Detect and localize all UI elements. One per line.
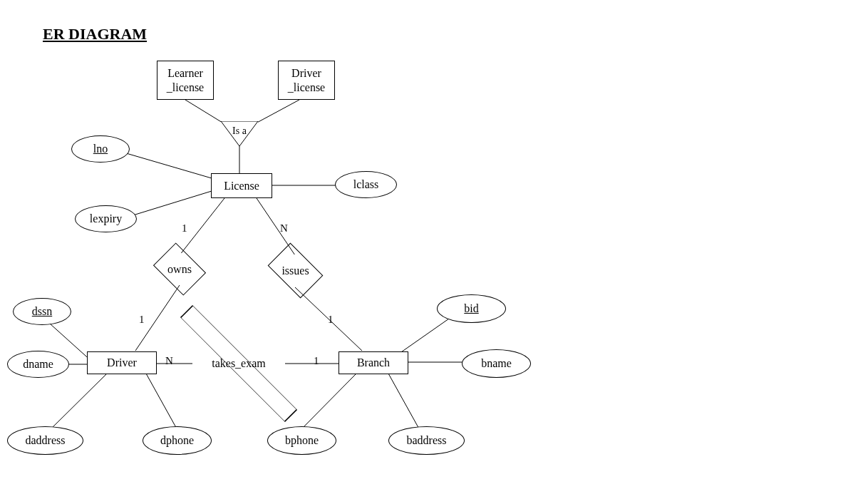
svg-line-16 (388, 374, 420, 431)
rel-issues: issues (272, 254, 319, 287)
rel-issues-label: issues (281, 264, 309, 277)
svg-line-0 (185, 100, 226, 125)
svg-line-12 (48, 374, 107, 431)
card-takes-right: 1 (314, 355, 319, 367)
rel-owns: owns (158, 253, 201, 285)
svg-line-4 (128, 191, 212, 217)
attr-bid: bid (437, 294, 506, 323)
attr-dssn: dssn (13, 298, 71, 325)
attr-lclass: lclass (335, 171, 397, 198)
entity-license: License (211, 173, 272, 198)
svg-line-17 (299, 374, 356, 431)
attr-bphone: bphone (267, 426, 336, 455)
isa-triangle: Is a (221, 121, 258, 146)
attr-bname: bname (462, 349, 531, 378)
rel-takes-exam: takes_exam (192, 348, 285, 379)
card-takes-left: N (165, 355, 173, 367)
svg-line-13 (146, 374, 178, 431)
svg-line-3 (114, 150, 212, 178)
attr-baddress: baddress (388, 426, 465, 455)
svg-line-1 (253, 100, 299, 125)
entity-learner-license: Learner _license (157, 61, 214, 100)
attr-lno: lno (71, 135, 130, 163)
entity-branch: Branch (339, 351, 408, 374)
page-title: ER DIAGRAM (43, 25, 147, 43)
rel-takes-exam-label: takes_exam (212, 357, 266, 370)
card-issues-bottom: 1 (328, 314, 334, 326)
entity-driver: Driver (87, 351, 157, 374)
attr-lexpiry: lexpiry (75, 205, 137, 232)
rel-owns-label: owns (167, 263, 192, 276)
attr-daddress: daddress (7, 426, 83, 455)
attr-dname: dname (7, 351, 69, 378)
svg-line-14 (399, 314, 456, 354)
card-issues-top: N (280, 222, 288, 235)
isa-label: Is a (232, 125, 247, 137)
attr-dphone: dphone (143, 426, 212, 455)
card-owns-bottom: 1 (139, 314, 145, 326)
card-owns-top: 1 (182, 222, 187, 235)
entity-driver-license: Driver _license (278, 61, 335, 100)
